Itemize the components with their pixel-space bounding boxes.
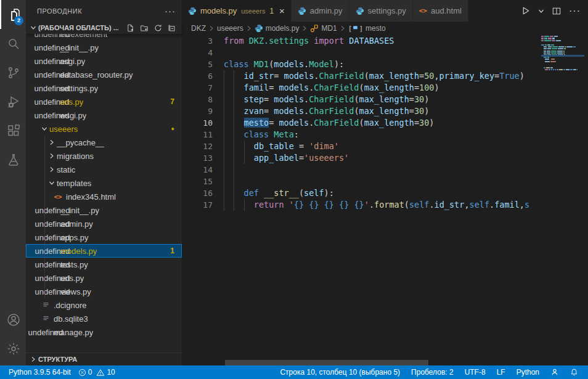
activity-bar-top: 2 <box>0 0 26 174</box>
tab-label: admin.py <box>310 6 343 15</box>
code-line-4[interactable]: 4 <box>182 47 588 59</box>
tree-item-label: manage.py <box>54 328 93 337</box>
python-file-icon <box>188 7 197 15</box>
tree-item-label: __init__.py <box>60 43 99 52</box>
python-file-icon <box>298 7 306 15</box>
code-line-9[interactable]: 9 zvan= models.CharField(max_length=30) <box>182 105 588 117</box>
activity-search-icon[interactable] <box>0 29 26 58</box>
tree-file-index345-html[interactable]: <>index345.html <box>26 190 182 203</box>
tree-folder-migrations[interactable]: migrations <box>26 149 182 163</box>
run-dropdown-icon[interactable] <box>538 8 544 14</box>
activity-extensions-icon[interactable] <box>0 116 26 145</box>
breadcrumb-label: DKZ <box>191 24 206 33</box>
feedback-icon[interactable] <box>547 368 563 377</box>
outline-section-header[interactable]: СТРУКТУРА <box>26 353 182 365</box>
tree-file-models-py[interactable]: undefinedmodels.py1 <box>26 244 182 258</box>
code-line-13[interactable]: 13 app_label='useeers' <box>182 152 588 164</box>
workspace-section-header[interactable]: (РАБОЧАЯ ОБЛАСТЬ) ... <box>26 22 182 34</box>
code-editor[interactable]: 3from DKZ.settings import DATABASES45cla… <box>182 35 588 365</box>
code-line-5[interactable]: 5class MD1(models.Model): <box>182 59 588 70</box>
tree-file-indexelement[interactable]: undefinedindexelement <box>26 34 182 41</box>
tree-file-settings-py[interactable]: undefinedsettings.py <box>26 81 182 95</box>
breadcrumb-item-dkz[interactable]: DKZ <box>191 24 206 33</box>
code-line-16[interactable]: 16 def __str__(self): <box>182 187 588 199</box>
tab-settings-py[interactable]: settings.py <box>349 0 413 22</box>
activity-explorer-icon[interactable]: 2 <box>0 0 26 29</box>
activity-testing-icon[interactable] <box>0 145 26 174</box>
run-icon[interactable] <box>521 6 530 15</box>
code-line-6[interactable]: 6 id_str= models.CharField(max_length=50… <box>182 70 588 82</box>
breadcrumb-item-mesto[interactable]: []mesto <box>348 24 386 33</box>
code-line-17[interactable]: 17 return '{} {} {} {} {}'.format(self.i… <box>182 199 588 211</box>
refresh-icon[interactable] <box>154 24 162 32</box>
split-editor-icon[interactable] <box>552 7 561 15</box>
tree-file-tests-py[interactable]: undefinedtests.py <box>26 258 182 271</box>
tree-file-admin-py[interactable]: undefinedadmin.py <box>26 217 182 230</box>
tree-item-label: index345.html <box>66 192 116 202</box>
new-folder-icon[interactable] <box>140 24 149 32</box>
tab-admin-py[interactable]: admin.py <box>292 0 349 22</box>
collapse-all-icon[interactable] <box>168 24 176 32</box>
breadcrumb-item-useeers[interactable]: useeers <box>217 24 243 33</box>
vscode-window: { "activity_bar": { "items": [ {"id":"ex… <box>0 0 588 379</box>
tree-item-label: database_roouter.py <box>60 70 133 79</box>
indentation-status[interactable]: Пробелов: 2 <box>407 368 457 377</box>
code-line-12[interactable]: 12 db_table = 'dima' <box>182 141 588 152</box>
tree-file-asgi-py[interactable]: undefinedasgi.py <box>26 54 182 68</box>
language-mode-status[interactable]: Python <box>513 368 543 377</box>
account-icon[interactable] <box>0 305 26 334</box>
tree-item-label: urls.py <box>60 97 83 107</box>
tree-file-apps-py[interactable]: undefinedapps.py <box>26 230 182 244</box>
tab-aud-html[interactable]: <>aud.html <box>413 0 468 22</box>
tree-file-database-roouter-py[interactable]: undefineddatabase_roouter.py <box>26 68 182 81</box>
py-file-icon: undefined <box>47 97 57 107</box>
close-icon[interactable]: × <box>279 6 285 15</box>
code-line-15[interactable]: 15 <box>182 176 588 187</box>
problems-status[interactable]: 0 10 <box>75 368 119 377</box>
line-number: 5 <box>182 59 213 70</box>
file-file-icon <box>41 315 51 323</box>
tree-file-views-py[interactable]: undefinedviews.py <box>26 285 182 298</box>
tab-models-py[interactable]: models.pyuseeers1× <box>182 0 292 22</box>
tree-file-urls-py[interactable]: undefinedurls.py <box>26 271 182 285</box>
code-line-14[interactable]: 14 <box>182 164 588 176</box>
more-icon[interactable]: ··· <box>569 6 581 17</box>
activity-run-debug-icon[interactable] <box>0 87 26 116</box>
workspace-section-label: (РАБОЧАЯ ОБЛАСТЬ) ... <box>38 24 118 31</box>
breadcrumb-label: MD1 <box>321 24 337 33</box>
line-number: 6 <box>182 70 213 82</box>
tree-folder-static[interactable]: static <box>26 163 182 176</box>
code-line-10[interactable]: 10 mesto= models.CharField(max_length=30… <box>182 117 588 129</box>
breadcrumb-item-md1[interactable]: MD1 <box>310 24 337 33</box>
tree-file-urls-py[interactable]: undefinedurls.py7 <box>26 95 182 108</box>
file-tree: undefinedindexelementundefined__init__.p… <box>26 34 182 353</box>
notifications-bell-icon[interactable] <box>566 368 582 377</box>
tree-file-manage-py[interactable]: undefinedmanage.py <box>26 325 182 339</box>
new-file-icon[interactable] <box>126 24 134 32</box>
encoding-status[interactable]: UTF-8 <box>461 368 489 377</box>
minimap-selection-highlight <box>541 55 584 57</box>
eol-status[interactable]: LF <box>493 368 509 377</box>
explorer-more-actions-icon[interactable]: ··· <box>165 6 176 16</box>
breadcrumb-item-models-py[interactable]: models.py <box>255 24 300 33</box>
code-line-7[interactable]: 7 famil= models.CharField(max_length=100… <box>182 82 588 94</box>
tree-folder-templates[interactable]: templates <box>26 176 182 190</box>
tree-file--init-py[interactable]: undefined__init__.py <box>26 41 182 54</box>
cursor-position-status[interactable]: Строка 10, столбец 10 (выбрано 5) <box>276 368 404 377</box>
code-line-11[interactable]: 11 class Meta: <box>182 129 588 141</box>
settings-gear-icon[interactable] <box>0 334 26 363</box>
tree-file-wsgi-py[interactable]: undefinedwsgi.py <box>26 108 182 122</box>
minimap[interactable] <box>541 35 584 71</box>
python-interpreter-status[interactable]: Python 3.9.5 64-bit <box>5 368 75 377</box>
tree-folder--pycache-[interactable]: __pycache__ <box>26 136 182 149</box>
activity-source-control-icon[interactable] <box>0 58 26 87</box>
explorer-sidebar: ПРОВОДНИК ··· (РАБОЧАЯ ОБЛАСТЬ) ... unde… <box>26 0 182 365</box>
code-line-3[interactable]: 3from DKZ.settings import DATABASES <box>182 35 588 47</box>
tree-file--dcignore[interactable]: .dcignore <box>26 298 182 312</box>
code-line-8[interactable]: 8 step= models.CharField(max_length=30) <box>182 94 588 105</box>
tree-file--init-py[interactable]: undefined__init__.py <box>26 203 182 217</box>
breadcrumb-label: models.py <box>266 24 300 33</box>
status-bar: Python 3.9.5 64-bit 0 10 Строка 10, стол… <box>0 365 588 379</box>
tree-folder-useeers[interactable]: useeers● <box>26 122 182 136</box>
tree-file-db-sqlite3[interactable]: db.sqlite3 <box>26 312 182 325</box>
